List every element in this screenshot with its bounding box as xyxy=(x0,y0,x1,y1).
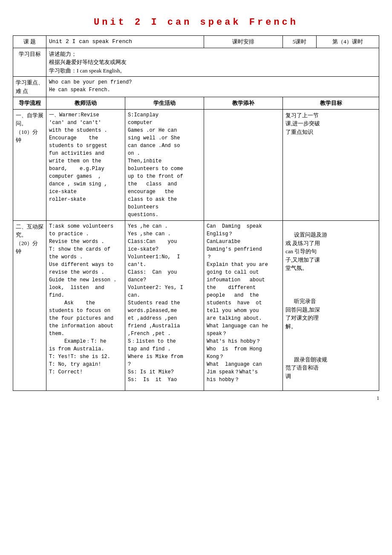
flow-header-teacher: 教师活动 xyxy=(46,97,125,110)
section2-student: Yes ,he can . Yes ,she can . Class:Can y… xyxy=(125,220,204,390)
section2-supplement: Can Daming speak Englisg？ CanLaura1be Da… xyxy=(204,220,283,390)
page-title: Unit 2 I can speak French xyxy=(13,17,379,28)
key-difficult-label: 学习重点、 难 点 xyxy=(13,77,46,97)
column-headers-row: 导学流程 教师活动 学生活动 教学添补 教学目标 xyxy=(13,97,379,110)
learning-goal-label: 学习目标 xyxy=(13,48,46,77)
key-difficult-row: 学习重点、 难 点 Who can be your pen friend? He… xyxy=(13,77,379,97)
section2-goal: 设置问题及游 戏 及练习了用 can 引导的句 子,又增加了课 堂气氛。 听完录… xyxy=(283,220,379,390)
unit-text: Unit 2 I can speak French xyxy=(46,36,204,48)
flow-header-supplement: 教学添补 xyxy=(204,97,283,110)
section1-supplement xyxy=(204,109,283,220)
flow-header-guide: 导学流程 xyxy=(13,97,46,110)
subject-label: 课 题 xyxy=(13,36,46,48)
section2-label: 二、互动探 究。 （20）分 钟 xyxy=(13,220,46,390)
section2-row: 二、互动探 究。 （20）分 钟 T:ask some volunteers t… xyxy=(13,220,379,390)
learning-goal-content: 讲述能力； 根据兴趣爱好等结交笔友或网友 学习歌曲：I can speak En… xyxy=(46,48,379,77)
main-table: 课 题 Unit 2 I can speak French 课时安排 5课时 第… xyxy=(13,35,379,391)
section1-goal: 复习了上一节 课,进一步突破 了重点知识 xyxy=(283,109,379,220)
section2-teacher: T:ask some volunteers to practice . Revi… xyxy=(46,220,125,390)
page-number: 1 xyxy=(13,395,379,402)
learning-goal-row: 学习目标 讲述能力； 根据兴趣爱好等结交笔友或网友 学习歌曲：I can spe… xyxy=(13,48,379,77)
section1-student: S:Icanplay computer Games .or He can sin… xyxy=(125,109,204,220)
flow-header-goal: 教学目标 xyxy=(283,97,379,110)
section1-label: 一、自学展 问。 （10）分 钟 xyxy=(13,109,46,220)
subject-row: 课 题 Unit 2 I can speak French 课时安排 5课时 第… xyxy=(13,36,379,48)
key-difficult-content: Who can be your pen friend? He can speak… xyxy=(46,77,379,97)
sessions: 5课时 xyxy=(283,36,317,48)
flow-header-student: 学生活动 xyxy=(125,97,204,110)
section1-row: 一、自学展 问。 （10）分 钟 一、Warmer:Revise 'can' a… xyxy=(13,109,379,220)
schedule-label: 课时安排 xyxy=(204,36,283,48)
section1-teacher: 一、Warmer:Revise 'can' and 'can't' with t… xyxy=(46,109,125,220)
current-session: 第（4）课时 xyxy=(317,36,379,48)
